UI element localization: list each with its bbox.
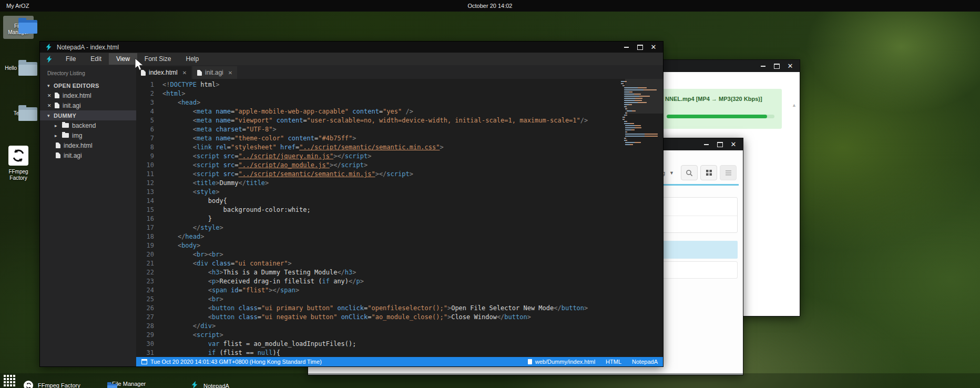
tab-close-icon[interactable]: ✕	[228, 70, 232, 76]
tab-close-icon[interactable]: ✕	[182, 70, 187, 76]
editor-tab[interactable]: init.agi ✕	[192, 66, 237, 79]
minimize-button[interactable]	[702, 141, 710, 148]
status-app-name: NotepadA	[632, 359, 658, 365]
code-line: 9 <script src="../script/jquery.min.js">…	[136, 152, 663, 161]
code-line: 18 </head>	[136, 232, 663, 241]
close-file-icon[interactable]: ✕	[47, 103, 54, 108]
menu-item[interactable]: Edit	[83, 53, 109, 65]
tree-item[interactable]: ✕ ▸ backend	[40, 120, 136, 130]
status-language[interactable]: HTML	[606, 359, 621, 365]
app-launcher-grid-icon[interactable]	[4, 375, 15, 386]
desktop-icon[interactable]: Hello World	[3, 62, 34, 72]
desktop-icon[interactable]: File Manager	[3, 16, 34, 39]
code-line: 26 <button class="ui primary button" onc…	[136, 304, 663, 313]
close-button[interactable]: ✕	[649, 44, 658, 51]
file-icon	[141, 70, 146, 76]
code-line: 6 <meta charset="UTF-8">	[136, 125, 663, 134]
code-text: <head>	[154, 98, 200, 107]
notepada-title-bar[interactable]: NotepadA - index.html ✕	[40, 42, 663, 53]
minimap-slider[interactable]	[625, 79, 663, 114]
close-button[interactable]: ✕	[786, 63, 794, 70]
code-text: body{	[154, 197, 227, 206]
code-line: 27 <button class="ui negative button" on…	[136, 313, 663, 322]
code-line: 23 <p>Received drag-in filelist (if any)…	[136, 277, 663, 286]
menu-item[interactable]: Help	[179, 53, 207, 65]
taskbar-item[interactable]: FFmpeg Factory	[24, 381, 80, 388]
maximize-button[interactable]	[636, 44, 644, 51]
code-editor[interactable]: 1 <!DOCTYPE html> 2 <html> 3 <head> 4 <m…	[136, 79, 663, 357]
code-text: <script src="../script/semantic/semantic…	[154, 170, 413, 179]
code-text: <style>	[154, 188, 219, 197]
line-number: 1	[136, 80, 154, 89]
line-number: 25	[136, 295, 154, 304]
line-number: 21	[136, 259, 154, 268]
list-view-button[interactable]	[720, 165, 737, 180]
chevron-icon: ▾	[47, 83, 54, 88]
search-button[interactable]	[681, 165, 698, 180]
code-text: <title>Dummy</title>	[154, 179, 269, 188]
taskbar-item[interactable]: File Manager	[107, 381, 146, 387]
system-top-bar: My ArOZ October 20 14:02	[0, 0, 980, 12]
editor-tab[interactable]: index.html ✕	[136, 66, 191, 79]
line-number: 24	[136, 286, 154, 295]
tree-item[interactable]: ✕ ▾ DUMMY	[40, 110, 136, 120]
code-line: 21 <div class="ui container">	[136, 259, 663, 268]
tree-item-label: DUMMY	[54, 113, 76, 119]
progress-track	[667, 115, 774, 118]
line-number: 14	[136, 197, 154, 206]
grid-view-button[interactable]	[700, 165, 717, 180]
chevron-icon: ▾	[47, 113, 54, 118]
tab-label: init.agi	[205, 69, 223, 76]
code-line: 19 <body>	[136, 241, 663, 250]
taskbar-item[interactable]: NotepadA	[190, 381, 229, 388]
desktop-icon[interactable]: Test	[3, 107, 34, 117]
tree-item[interactable]: ✕ ▾ OPEN EDITORS	[40, 80, 136, 90]
code-text: <!DOCTYPE html>	[154, 80, 219, 89]
code-text: <html>	[154, 89, 185, 98]
close-file-icon[interactable]: ✕	[47, 93, 54, 98]
line-number: 8	[136, 143, 154, 152]
line-number: 7	[136, 134, 154, 143]
code-text: var flist = ao_module_loadInputFiles();	[154, 340, 356, 349]
line-number: 31	[136, 349, 154, 357]
chevron-icon: ▸	[55, 133, 61, 138]
grid-icon	[706, 169, 712, 176]
tree-item[interactable]: ✕ ▾ init.agi	[40, 150, 136, 160]
line-number: 3	[136, 98, 154, 107]
maximize-button[interactable]	[716, 141, 724, 148]
window-title: NotepadA - index.html	[57, 44, 119, 51]
converter-title-bar[interactable]: ✕	[659, 60, 800, 72]
code-line: 12 <title>Dummy</title>	[136, 179, 663, 188]
scroll-up-arrow-icon[interactable]: ▲	[792, 103, 797, 108]
code-text: <div class="ui container">	[154, 259, 292, 268]
code-text: <h3>This is a Dummy Testing Module</h3>	[154, 268, 356, 277]
code-line: 11 <script src="../script/semantic/seman…	[136, 170, 663, 179]
code-text: <meta charset="UTF-8">	[154, 125, 277, 134]
desktop: My ArOZ October 20 14:02 File Manager He…	[0, 0, 980, 388]
code-text: <script src="../script/ao_module.js"></s…	[154, 161, 368, 170]
minimize-button[interactable]	[759, 63, 767, 70]
tree-item[interactable]: ✕ ▾ index.html	[40, 140, 136, 150]
list-icon	[725, 169, 732, 176]
minimize-button[interactable]	[622, 44, 630, 51]
file-icon	[197, 70, 202, 76]
maximize-button[interactable]	[772, 63, 781, 70]
code-text: <p>Received drag-in filelist (if any)</p…	[154, 277, 364, 286]
tree-item[interactable]: ✕ ▾ index.html	[40, 90, 136, 100]
code-text: if (flist == null){	[154, 349, 280, 357]
close-button[interactable]: ✕	[729, 141, 738, 148]
tree-item[interactable]: ✕ ▾ init.agi	[40, 100, 136, 110]
code-text: <br><br>	[154, 250, 223, 259]
tree-item[interactable]: ✕ ▸ img	[40, 130, 136, 140]
menu-item[interactable]: File	[58, 53, 83, 65]
menu-item[interactable]: Font Size	[137, 53, 179, 65]
code-text: </style>	[154, 223, 223, 232]
line-number: 30	[136, 340, 154, 349]
directory-sidebar: Directory Listing ✕ ▾ OPEN EDITORS ✕ ▾ i…	[40, 65, 136, 366]
code-line: 4 <meta name="apple-mobile-web-app-capab…	[136, 107, 663, 116]
tree-item-label: init.agi	[64, 152, 82, 159]
code-text: <span id="flist"></span>	[154, 286, 299, 295]
code-area: 1 <!DOCTYPE html> 2 <html> 3 <head> 4 <m…	[136, 80, 663, 357]
desktop-icon[interactable]: FFmpeg Factory	[3, 146, 34, 181]
menu-item[interactable]: View	[109, 53, 137, 65]
